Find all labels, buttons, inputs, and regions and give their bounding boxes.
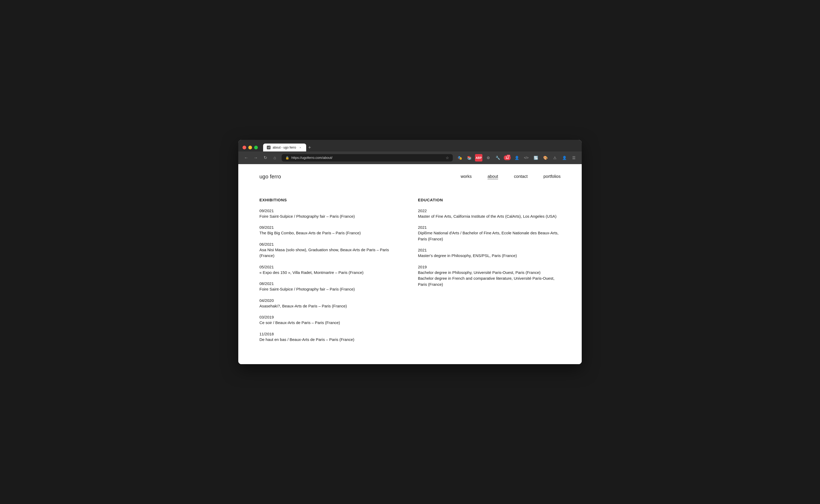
exhibitions-section: EXHIBITIONS 09/2021 Foire Saint-Sulpice … <box>260 198 402 349</box>
tab-favicon: uf <box>267 146 271 149</box>
bookmark-icon[interactable]: ☆ <box>446 156 449 160</box>
menu-icon[interactable]: ☰ <box>570 154 577 161</box>
adblock-icon[interactable]: ABP <box>475 154 482 161</box>
alert-icon[interactable]: ⚠ <box>551 154 558 161</box>
entry-date: 05/2021 <box>260 265 402 269</box>
exhibition-entry-3: 06/2021 Asa Nisi Masa (solo show), Gradu… <box>260 242 402 259</box>
education-entry-3: 2021 Master's degree in Philosophy, ENS/… <box>418 248 560 259</box>
browser-window: uf about - ugo ferro × + ← → ↻ ⌂ 🔒 https… <box>238 140 582 364</box>
entry-description: Foire Saint-Sulpice / Photography fair –… <box>260 286 402 292</box>
tab-close-button[interactable]: × <box>298 145 303 150</box>
settings-icon[interactable]: ⚙ <box>484 154 492 161</box>
nav-about[interactable]: about <box>487 174 498 179</box>
edu-year: 2021 <box>418 248 560 252</box>
nav-portfolios[interactable]: portfolios <box>543 174 560 179</box>
tab-bar: uf about - ugo ferro × + <box>263 144 577 151</box>
tab-title: about - ugo ferro <box>273 146 296 149</box>
edu-description: Master's degree in Philosophy, ENS/PSL, … <box>418 253 560 259</box>
nav-contact[interactable]: contact <box>514 174 527 179</box>
entry-description: Asa Nisi Masa (solo show), Graduation sh… <box>260 247 402 259</box>
entry-description: Ce soir / Beaux-Arts de Paris – Paris (F… <box>260 320 402 326</box>
profile-icon[interactable]: 👤 <box>513 154 520 161</box>
edu-description: Master of Fine Arts, California Institut… <box>418 213 560 220</box>
account-icon[interactable]: 👤 <box>560 154 568 161</box>
address-bar[interactable]: 🔒 https://ugoferro.com/about/ ☆ <box>282 154 453 161</box>
edu-year: 2021 <box>418 225 560 230</box>
entry-date: 08/2021 <box>260 281 402 286</box>
education-entry-2: 2021 Diplôme National d'Arts / Bachelor … <box>418 225 560 242</box>
nav-controls: ← → ↻ ⌂ <box>243 154 279 161</box>
nav-bar: ← → ↻ ⌂ 🔒 https://ugoferro.com/about/ ☆ … <box>238 151 582 164</box>
education-entry-1: 2022 Master of Fine Arts, California Ins… <box>418 208 560 220</box>
website-content: ugo ferro works about contact portfolios… <box>238 164 582 364</box>
exhibition-entry-2: 09/2021 The Big Big Combo, Beaux-Arts de… <box>260 225 402 236</box>
back-button[interactable]: ← <box>243 154 250 161</box>
home-button[interactable]: ⌂ <box>271 154 279 161</box>
code-icon[interactable]: </> <box>522 154 530 161</box>
site-logo[interactable]: ugo ferro <box>260 174 281 180</box>
exhibition-entry-4: 05/2021 « Expo des 150 », Villa Radet, M… <box>260 265 402 276</box>
entry-description: De haut en bas / Beaux-Arts de Paris – P… <box>260 337 402 343</box>
edu-description: Bachelor degree in Philosophy, Universit… <box>418 270 560 288</box>
entry-description: Foire Saint-Sulpice / Photography fair –… <box>260 213 402 220</box>
education-title: EDUCATION <box>418 198 560 202</box>
entry-date: 11/2018 <box>260 332 402 336</box>
entry-date: 03/2019 <box>260 315 402 319</box>
browser-chrome: uf about - ugo ferro × + ← → ↻ ⌂ 🔒 https… <box>238 140 582 164</box>
refresh-button[interactable]: ↻ <box>262 154 269 161</box>
extension-icon[interactable]: 🔧 <box>494 154 501 161</box>
browser-toolbar-icons: 🎭 📚 ABP ⚙ 🔧 12 👤 </> 🔃 🎨 ⚠ 👤 ☰ <box>456 154 577 161</box>
exhibition-entry-6: 04/2020 Asasehaki?, Beaux-Arts de Paris … <box>260 298 402 309</box>
color-icon[interactable]: 🎨 <box>541 154 549 161</box>
exhibition-entry-1: 09/2021 Foire Saint-Sulpice / Photograph… <box>260 208 402 220</box>
active-tab[interactable]: uf about - ugo ferro × <box>263 144 306 151</box>
edu-year: 2019 <box>418 265 560 269</box>
new-tab-button[interactable]: + <box>306 144 313 151</box>
entry-date: 09/2021 <box>260 225 402 230</box>
close-button[interactable] <box>243 146 246 149</box>
education-entry-4: 2019 Bachelor degree in Philosophy, Univ… <box>418 265 560 288</box>
security-icon: 🔒 <box>285 156 289 160</box>
title-bar: uf about - ugo ferro × + <box>238 140 582 151</box>
education-section: EDUCATION 2022 Master of Fine Arts, Cali… <box>418 198 560 349</box>
exhibition-entry-8: 11/2018 De haut en bas / Beaux-Arts de P… <box>260 332 402 343</box>
exhibitions-title: EXHIBITIONS <box>260 198 402 202</box>
library-icon[interactable]: 📚 <box>465 154 473 161</box>
pocket-icon[interactable]: 🎭 <box>456 154 463 161</box>
minimize-button[interactable] <box>248 146 252 149</box>
vpn-icon[interactable]: 🔃 <box>532 154 539 161</box>
url-text: https://ugoferro.com/about/ <box>291 156 444 160</box>
entry-description: « Expo des 150 », Villa Radet, Montmartr… <box>260 270 402 276</box>
main-content: EXHIBITIONS 09/2021 Foire Saint-Sulpice … <box>238 187 582 364</box>
entry-date: 04/2020 <box>260 298 402 303</box>
edu-description: Diplôme National d'Arts / Bachelor of Fi… <box>418 230 560 242</box>
site-nav: works about contact portfolios <box>461 174 560 179</box>
site-header: ugo ferro works about contact portfolios <box>238 164 582 187</box>
traffic-lights <box>243 146 258 149</box>
nav-works[interactable]: works <box>461 174 472 179</box>
entry-date: 06/2021 <box>260 242 402 246</box>
forward-button[interactable]: → <box>252 154 260 161</box>
entry-date: 09/2021 <box>260 208 402 213</box>
maximize-button[interactable] <box>254 146 258 149</box>
exhibition-entry-5: 08/2021 Foire Saint-Sulpice / Photograph… <box>260 281 402 292</box>
entry-description: The Big Big Combo, Beaux-Arts de Paris –… <box>260 230 402 236</box>
edu-year: 2022 <box>418 208 560 213</box>
entry-description: Asasehaki?, Beaux-Arts de Paris – Paris … <box>260 303 402 309</box>
exhibition-entry-7: 03/2019 Ce soir / Beaux-Arts de Paris – … <box>260 315 402 326</box>
notifications-icon[interactable]: 12 <box>503 154 511 161</box>
